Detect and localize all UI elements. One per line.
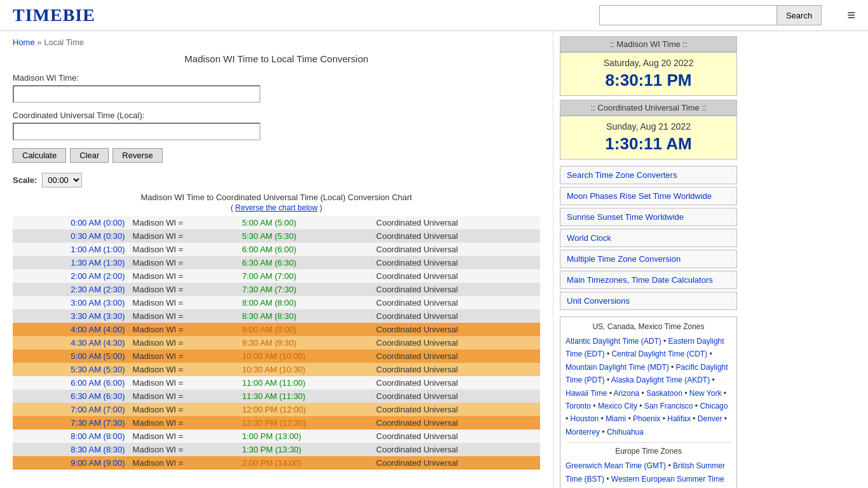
mid-label-cell: Madison WI = (129, 269, 238, 283)
right-time-cell: 5:30 AM (5:30) (238, 229, 372, 243)
table-row: 6:30 AM (6:30) Madison WI = 11:30 AM (11… (13, 390, 540, 403)
tz-link[interactable]: Denver (698, 414, 722, 423)
sidebar-link[interactable]: Multiple Time Zone Conversion (560, 250, 737, 268)
suffix-cell: Coordinated Universal (372, 229, 540, 243)
right-time-cell: 6:00 AM (6:00) (238, 243, 372, 256)
suffix-cell: Coordinated Universal (372, 349, 540, 363)
table-row: 5:00 AM (5:00) Madison WI = 10:00 AM (10… (13, 349, 540, 363)
tz-link[interactable]: Central Daylight Time (CDT) (611, 349, 707, 358)
tz-link[interactable]: Hawaii Time (566, 389, 607, 398)
clear-button[interactable]: Clear (70, 148, 109, 163)
tz-link[interactable]: Mountain Daylight Time (MDT) (566, 363, 669, 372)
sidebar-link[interactable]: Main Timezones, Time Date Calculators (560, 271, 737, 289)
left-time-cell: 0:30 AM (0:30) (13, 229, 129, 243)
conversion-table: 0:00 AM (0:00) Madison WI = 5:00 AM (5:0… (13, 216, 540, 470)
tz-link[interactable]: Greenwich Mean Time (GMT) (566, 461, 666, 470)
right-time-cell: 12:30 PM (12:30) (238, 416, 372, 430)
tz-link[interactable]: Phoenix (633, 414, 660, 423)
page-title: Madison WI Time to Local Time Conversion (13, 53, 540, 64)
tz-link[interactable]: Chicago (700, 402, 728, 410)
tz-link[interactable]: Monterrey (566, 428, 600, 437)
utc-time-label: Coordinated Universal Time (Local): (13, 111, 540, 120)
right-time-cell: 11:30 AM (11:30) (238, 390, 372, 403)
suffix-cell: Coordinated Universal (372, 216, 540, 229)
sidebar-link[interactable]: Moon Phases Rise Set Time Worldwide (560, 187, 737, 205)
suffix-cell: Coordinated Universal (372, 256, 540, 269)
suffix-cell: Coordinated Universal (372, 363, 540, 376)
left-time-cell: 1:30 AM (1:30) (13, 256, 129, 269)
sidebar-link[interactable]: Search Time Zone Converters (560, 166, 737, 184)
mid-label-cell: Madison WI = (129, 256, 238, 269)
right-time-cell: 1:30 PM (13:30) (238, 443, 372, 456)
sidebar: :: Madison WI Time :: Saturday, Aug 20 2… (553, 31, 743, 488)
scale-row: Scale: 00:00 00:30 01:00 06:00 (13, 173, 540, 187)
utc-clock: 1:30:11 AM (564, 134, 733, 154)
tz-link[interactable]: Chihuahua (607, 428, 644, 437)
suffix-cell: Coordinated Universal (372, 416, 540, 430)
left-time-cell: 1:00 AM (1:00) (13, 243, 129, 256)
sidebar-link[interactable]: Sunrise Sunset Time Worldwide (560, 208, 737, 226)
tz-link[interactable]: Mexico City (598, 402, 637, 410)
site-logo[interactable]: TIMEBIE (13, 5, 95, 25)
mid-label-cell: Madison WI = (129, 309, 238, 323)
suffix-cell: Coordinated Universal (372, 323, 540, 336)
tz-link[interactable]: Toronto (566, 402, 591, 410)
tz-link[interactable]: Houston (571, 414, 599, 423)
right-time-cell: 1:00 PM (13:00) (238, 430, 372, 443)
tz-link[interactable]: Miami (606, 414, 626, 423)
tz-link[interactable]: Arizona (614, 389, 640, 398)
left-time-cell: 7:30 AM (7:30) (13, 416, 129, 430)
mid-label-cell: Madison WI = (129, 363, 238, 376)
mid-label-cell: Madison WI = (129, 243, 238, 256)
right-time-cell: 7:30 AM (7:30) (238, 283, 372, 296)
tz-us-links: Atlantic Daylight Time (ADT) • Eastern D… (566, 335, 731, 438)
tz-link[interactable]: Saskatoon (646, 389, 682, 398)
mid-label-cell: Madison WI = (129, 336, 238, 349)
mid-label-cell: Madison WI = (129, 456, 238, 470)
right-time-cell: 10:30 AM (10:30) (238, 363, 372, 376)
reverse-button[interactable]: Reverse (112, 148, 162, 163)
suffix-cell: Coordinated Universal (372, 430, 540, 443)
mid-label-cell: Madison WI = (129, 216, 238, 229)
suffix-cell: Coordinated Universal (372, 309, 540, 323)
table-row: 1:30 AM (1:30) Madison WI = 6:30 AM (6:3… (13, 256, 540, 269)
tz-link[interactable]: Alaska Daylight Time (AKDT) (611, 376, 710, 384)
left-time-cell: 2:30 AM (2:30) (13, 283, 129, 296)
search-input[interactable] (599, 5, 777, 25)
scale-select[interactable]: 00:00 00:30 01:00 06:00 (42, 173, 82, 187)
chart-title: Madison WI Time to Coordinated Universal… (13, 193, 540, 202)
table-row: 5:30 AM (5:30) Madison WI = 10:30 AM (10… (13, 363, 540, 376)
reverse-chart-link[interactable]: Reverse the chart below (235, 203, 317, 212)
table-row: 0:00 AM (0:00) Madison WI = 5:00 AM (5:0… (13, 216, 540, 229)
utc-time-input[interactable] (13, 123, 261, 140)
right-time-cell: 7:00 AM (7:00) (238, 269, 372, 283)
madison-date: Saturday, Aug 20 2022 (564, 58, 733, 68)
tz-link[interactable]: Halifax (667, 414, 691, 423)
table-row: 8:30 AM (8:30) Madison WI = 1:30 PM (13:… (13, 443, 540, 456)
madison-clock: 8:30:11 PM (564, 71, 733, 90)
madison-time-input[interactable] (13, 85, 261, 103)
tz-link[interactable]: San Francisco (644, 402, 693, 410)
suffix-cell: Coordinated Universal (372, 243, 540, 256)
mid-label-cell: Madison WI = (129, 229, 238, 243)
table-row: 3:30 AM (3:30) Madison WI = 8:30 AM (8:3… (13, 309, 540, 323)
sidebar-link[interactable]: Unit Conversions (560, 292, 737, 310)
suffix-cell: Coordinated Universal (372, 443, 540, 456)
right-time-cell: 11:00 AM (11:00) (238, 376, 372, 390)
mid-label-cell: Madison WI = (129, 403, 238, 416)
tz-link[interactable]: New York (689, 389, 722, 398)
mid-label-cell: Madison WI = (129, 283, 238, 296)
mid-label-cell: Madison WI = (129, 376, 238, 390)
tz-link[interactable]: Atlantic Daylight Time (ADT) (566, 337, 661, 346)
form-buttons: Calculate Clear Reverse (13, 148, 540, 163)
menu-icon[interactable]: ≡ (847, 7, 855, 24)
search-button[interactable]: Search (777, 5, 822, 25)
mid-label-cell: Madison WI = (129, 390, 238, 403)
content-area: Home » Local Time Madison WI Time to Loc… (0, 31, 553, 488)
calculate-button[interactable]: Calculate (13, 148, 66, 163)
breadcrumb-home[interactable]: Home (13, 37, 35, 47)
suffix-cell: Coordinated Universal (372, 376, 540, 390)
sidebar-link[interactable]: World Clock (560, 229, 737, 247)
sidebar-utc-time: Sunday, Aug 21 2022 1:30:11 AM (560, 116, 737, 159)
left-time-cell: 6:00 AM (6:00) (13, 376, 129, 390)
